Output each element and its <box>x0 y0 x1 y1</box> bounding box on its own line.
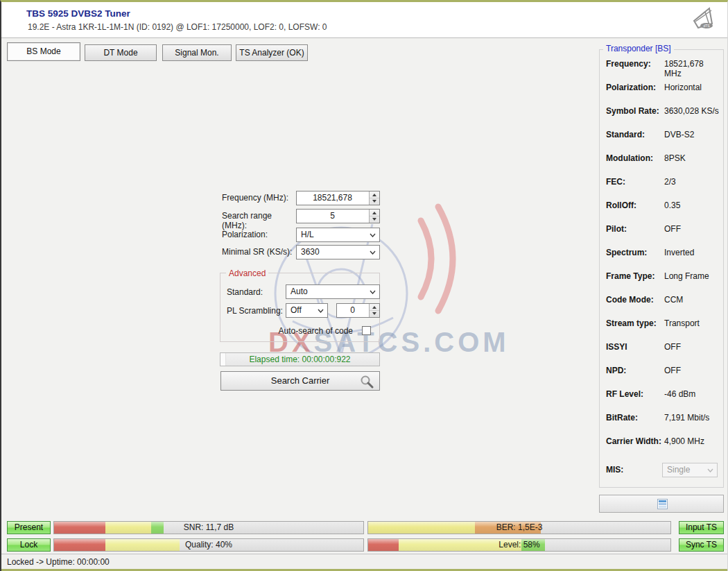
app-window: TBS 5925 DVBS2 Tuner 19.2E - Astra 1KR-1… <box>0 0 728 571</box>
snr-bar-text: SNR: 11,7 dB <box>54 522 363 534</box>
chevron-down-icon <box>370 250 376 255</box>
transponder-row: Stream type:Transport <box>606 318 720 342</box>
spin-up-icon[interactable] <box>370 210 379 216</box>
transponder-row: Frequency:18521,678 MHz <box>606 59 720 83</box>
search-carrier-label: Search Carrier <box>271 375 330 386</box>
pl-scrambling-label: PL Scrambling: <box>227 306 286 316</box>
frequency-input[interactable]: 18521,678 <box>296 191 380 205</box>
transponder-row: Polarization:Horizontal <box>606 83 720 106</box>
snr-bar: SNR: 11,7 dB <box>53 521 364 534</box>
standard-select[interactable]: Auto <box>286 284 380 299</box>
transponder-row: Standard:DVB-S2 <box>606 130 720 153</box>
app-title: TBS 5925 DVBS2 Tuner <box>26 8 130 19</box>
pl-code-value[interactable]: 0 <box>337 304 368 317</box>
mis-select-disabled: Single <box>662 463 718 477</box>
transponder-row: RollOff:0.35 <box>606 201 720 224</box>
spin-down-icon[interactable] <box>370 311 379 318</box>
polarization-label: Polarization: <box>222 230 295 239</box>
frequency-spinner[interactable] <box>369 191 379 205</box>
minimal-sr-value: 3630 <box>301 246 365 259</box>
quality-bar: Quality: 40% <box>53 538 364 552</box>
tab-ts-analyzer[interactable]: TS Analyzer (OK) <box>236 44 308 61</box>
search-range-spinner[interactable] <box>369 210 379 223</box>
tab-bs-mode[interactable]: BS Mode <box>7 42 80 61</box>
polarization-select[interactable]: H/L <box>296 228 380 242</box>
pl-scrambling-select[interactable]: Off <box>286 303 328 318</box>
chevron-down-icon <box>370 290 376 294</box>
status-bar: Locked -> Uptime: 00:00:00 <box>1 554 727 571</box>
spin-up-icon[interactable] <box>370 304 379 311</box>
standard-value: Auto <box>291 285 365 298</box>
level-bar-text: Level: 58% <box>368 539 670 551</box>
satellite-info-subtitle: 19.2E - Astra 1KR-1L-1M-1N (ID: 0192) @ … <box>28 22 327 32</box>
search-carrier-button[interactable]: Search Carrier <box>220 371 380 391</box>
satellite-dish-icon: dTS <box>691 7 718 31</box>
input-ts-indicator: Input TS <box>679 521 724 534</box>
transponder-row: Modulation:8PSK <box>606 153 720 177</box>
pl-code-spinner[interactable] <box>369 304 379 317</box>
header: TBS 5925 DVBS2 Tuner 19.2E - Astra 1KR-1… <box>1 2 727 38</box>
pl-scrambling-value: Off <box>291 304 313 317</box>
transponder-groupbox-title: Transponder [BS] <box>603 44 674 53</box>
transponder-row: RF Level:-46 dBm <box>606 389 720 413</box>
chevron-down-icon <box>707 468 713 472</box>
polarization-value: H/L <box>301 228 365 241</box>
transponder-row: Frame Type:Long Frame <box>606 271 720 295</box>
tab-signal-mon[interactable]: Signal Mon. <box>162 44 232 61</box>
transponder-row: Code Mode:CCM <box>606 295 720 318</box>
magnifier-icon <box>360 375 374 389</box>
present-indicator: Present <box>7 521 51 534</box>
status-text: Locked -> Uptime: 00:00:00 <box>7 557 110 567</box>
ber-bar-text: BER: 1,5E-3 <box>368 522 670 534</box>
transponder-rows: Frequency:18521,678 MHz Polarization:Hor… <box>606 59 720 460</box>
transponder-row: ISSYIOFF <box>606 342 720 366</box>
auto-search-label: Auto-search of code <box>248 326 353 336</box>
chevron-down-icon <box>370 233 376 237</box>
transponder-row: FEC:2/3 <box>606 177 720 201</box>
transponder-row: BitRate:7,191 Mbit/s <box>606 413 720 436</box>
pl-code-input[interactable]: 0 <box>336 303 380 318</box>
elapsed-time-bar: Elapsed time: 00:00:00:922 <box>220 352 380 366</box>
transponder-row: NPD:OFF <box>606 366 720 389</box>
transponder-row: Symbol Rate:3630,028 KS/s <box>606 106 720 130</box>
chevron-down-icon <box>318 309 324 313</box>
transponder-row: Pilot:OFF <box>606 224 720 248</box>
ber-bar: BER: 1,5E-3 <box>367 521 671 534</box>
frequency-value[interactable]: 18521,678 <box>297 191 368 205</box>
transponder-mis-row: MIS: Single <box>606 463 720 477</box>
transponder-list-button[interactable] <box>599 495 724 513</box>
mis-label: MIS: <box>606 465 623 475</box>
search-range-input[interactable]: 5 <box>296 209 380 223</box>
mis-value: Single <box>667 463 703 477</box>
advanced-groupbox-title: Advanced <box>226 269 268 278</box>
transponder-row: Spectrum:Inverted <box>606 248 720 271</box>
tab-dt-mode[interactable]: DT Mode <box>85 44 157 61</box>
sync-ts-indicator: Sync TS <box>679 538 724 552</box>
minimal-sr-label: Minimal SR (KS/s): <box>222 247 295 257</box>
spin-down-icon[interactable] <box>370 216 379 223</box>
minimal-sr-select[interactable]: 3630 <box>296 245 380 259</box>
quality-bar-text: Quality: 40% <box>54 539 363 551</box>
search-range-value[interactable]: 5 <box>297 210 368 223</box>
lock-indicator: Lock <box>7 538 51 552</box>
frequency-label: Frequency (MHz): <box>222 193 295 203</box>
svg-text:dTS: dTS <box>703 24 710 28</box>
list-icon <box>657 499 668 509</box>
spin-up-icon[interactable] <box>370 191 379 198</box>
elapsed-time-text: Elapsed time: 00:00:00:922 <box>220 353 379 366</box>
transponder-row: Carrier Width:4,900 MHz <box>606 436 720 460</box>
search-range-label: Search range (MHz): <box>222 211 298 230</box>
spin-down-icon[interactable] <box>370 198 379 205</box>
auto-search-checkbox[interactable] <box>362 326 371 335</box>
level-bar: Level: 58% <box>367 538 671 552</box>
